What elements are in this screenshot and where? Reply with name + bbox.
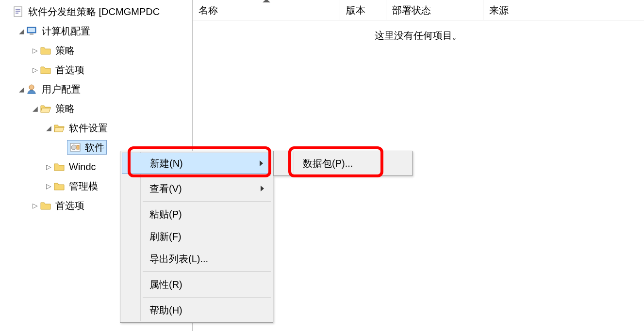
empty-list-message: 这里没有任何项目。 [193, 29, 644, 42]
menu-item-help[interactable]: 帮助(H) [121, 299, 272, 321]
menu-item-label: 刷新(F) [149, 230, 182, 243]
expand-toggle[interactable]: ▷ [44, 163, 53, 171]
tree-item-uc-policy[interactable]: ◢ 策略 [0, 99, 192, 118]
menu-separator [143, 271, 271, 272]
column-label: 版本 [346, 5, 365, 16]
tree-label: Windc [69, 161, 96, 173]
folder-open-icon [40, 103, 51, 114]
menu-separator [143, 201, 271, 202]
svg-rect-5 [28, 28, 35, 32]
tree-label: 策略 [55, 102, 75, 115]
svg-point-7 [29, 85, 34, 90]
menu-item-label: 帮助(H) [149, 304, 182, 317]
column-header-deploy-state[interactable]: 部署状态 [386, 0, 483, 20]
column-label: 来源 [489, 5, 509, 16]
tree-label: 用户配置 [42, 83, 81, 96]
folder-icon [40, 45, 51, 56]
folder-icon [53, 161, 65, 173]
expand-toggle[interactable]: ◢ [30, 105, 40, 112]
column-label: 部署状态 [392, 5, 431, 16]
computer-icon [26, 25, 38, 37]
expand-toggle[interactable]: ◢ [44, 124, 53, 132]
menu-item-export-list[interactable]: 导出列表(L)... [121, 248, 272, 270]
expand-toggle[interactable]: ◢ [17, 85, 26, 93]
folder-open-icon [53, 122, 65, 134]
menu-item-label: 数据包(P)... [303, 157, 353, 170]
tree-item-root[interactable]: ▷ 软件分发组策略 [DCMGMPDC [0, 2, 192, 21]
menu-item-label: 导出列表(L)... [149, 252, 208, 266]
tree-item-cc-policy[interactable]: ▷ 策略 [0, 41, 192, 60]
tree-label: 首选项 [55, 199, 84, 212]
tree-label: 策略 [55, 44, 75, 57]
svg-point-9 [71, 145, 76, 150]
menu-item-properties[interactable]: 属性(R) [121, 273, 272, 296]
expand-toggle[interactable]: ▷ [44, 182, 53, 190]
menu-item-view[interactable]: 查看(V) [121, 177, 272, 200]
tree-label: 软件设置 [69, 122, 108, 135]
list-header: 名称 版本 部署状态 来源 [193, 0, 644, 20]
folder-icon [53, 180, 65, 192]
menu-item-label: 粘贴(P) [149, 208, 182, 221]
sort-asc-icon [263, 0, 270, 2]
tree-item-user-config[interactable]: ◢ 用户配置 [0, 79, 192, 99]
context-submenu-new: 数据包(P)... [273, 151, 413, 176]
tree-item-computer-config[interactable]: ◢ 计算机配置 [0, 21, 192, 41]
menu-item-label: 新建(N) [150, 157, 183, 170]
svg-rect-6 [30, 33, 33, 35]
menu-item-paste[interactable]: 粘贴(P) [121, 203, 272, 225]
expand-toggle[interactable]: ▷ [30, 47, 40, 54]
column-label: 名称 [198, 5, 218, 16]
context-menu: 新建(N) 查看(V) 粘贴(P) 刷新(F) 导出列表(L)... 属性(R)… [120, 151, 273, 323]
expand-toggle[interactable]: ▷ [30, 66, 40, 74]
column-header-version[interactable]: 版本 [340, 0, 386, 20]
folder-icon [40, 64, 51, 76]
submenu-arrow-icon [261, 186, 264, 191]
svg-rect-10 [77, 145, 79, 149]
submenu-arrow-icon [260, 160, 263, 166]
tree-label: 首选项 [55, 63, 84, 77]
column-header-name[interactable]: 名称 [193, 0, 340, 20]
folder-icon [40, 200, 51, 211]
svg-rect-3 [16, 13, 18, 14]
svg-rect-2 [16, 11, 20, 12]
tree-label: 软件分发组策略 [DCMGMPDC [28, 5, 160, 18]
policy-doc-icon [13, 6, 24, 17]
user-icon [26, 83, 38, 95]
menu-item-label: 查看(V) [149, 182, 182, 195]
menu-separator [143, 297, 271, 298]
software-install-icon [69, 142, 81, 153]
menu-item-refresh[interactable]: 刷新(F) [121, 225, 272, 248]
expand-toggle[interactable]: ◢ [17, 27, 26, 35]
tree-label: 管理模 [69, 180, 98, 193]
menu-separator [143, 175, 271, 176]
expand-toggle[interactable]: ▷ [30, 202, 40, 209]
tree-label: 计算机配置 [42, 25, 90, 38]
tree-label: 软件 [85, 141, 104, 154]
column-header-source[interactable]: 来源 [483, 0, 644, 20]
menu-item-package[interactable]: 数据包(P)... [275, 152, 411, 174]
menu-item-label: 属性(R) [149, 278, 182, 291]
tree-item-cc-pref[interactable]: ▷ 首选项 [0, 60, 192, 79]
menu-item-new[interactable]: 新建(N) [122, 153, 271, 174]
tree-item-sw-settings[interactable]: ◢ 软件设置 [0, 118, 192, 138]
svg-rect-1 [16, 9, 20, 10]
